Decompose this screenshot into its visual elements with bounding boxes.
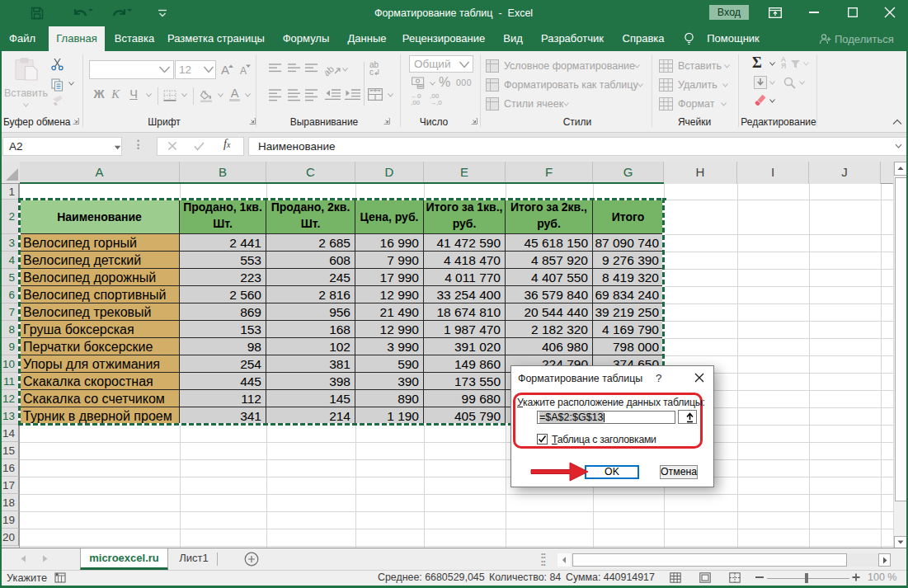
svg-text:ab: ab (325, 64, 336, 77)
